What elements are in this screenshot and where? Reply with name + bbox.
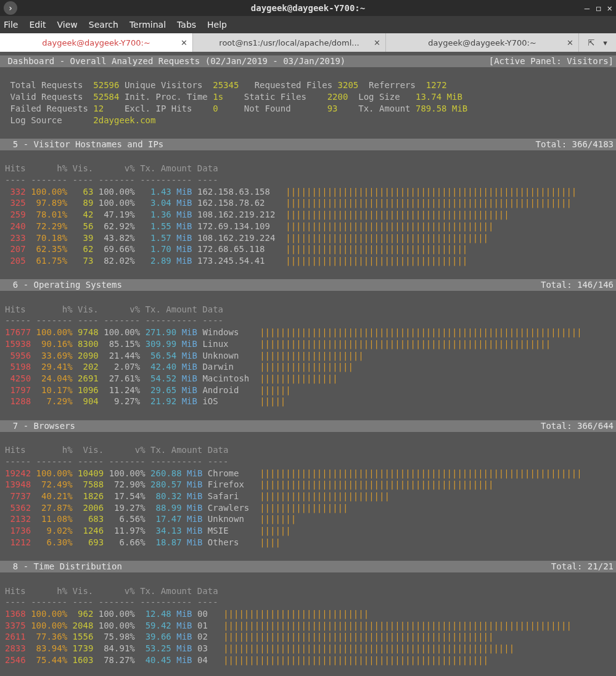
panel-6-header: 6 - Operating SystemsTotal: 146/146: [0, 279, 616, 291]
menu-view[interactable]: View: [57, 20, 78, 30]
menu-search[interactable]: Search: [89, 20, 118, 30]
minimize-icon[interactable]: —: [585, 3, 589, 13]
terminal-content[interactable]: Dashboard - Overall Analyzed Requests (0…: [0, 52, 616, 676]
menu-help[interactable]: Help: [207, 20, 227, 30]
menu-file[interactable]: File: [4, 20, 18, 30]
tab-label: root@ns1:/usr/local/apache/doml...: [219, 38, 359, 47]
new-tab-icon[interactable]: ⇱: [588, 38, 594, 47]
panel-7-header: 7 - BrowsersTotal: 366/644: [0, 420, 616, 432]
maximize-icon[interactable]: ◻: [596, 3, 601, 13]
menu-terminal[interactable]: Terminal: [129, 20, 166, 30]
menu-edit[interactable]: Edit: [29, 20, 46, 30]
close-icon[interactable]: ✕: [607, 3, 612, 13]
tab-1[interactable]: root@ns1:/usr/local/apache/doml... ✕: [193, 33, 386, 52]
tabbar: daygeek@daygeek-Y700:~ ✕ root@ns1:/usr/l…: [0, 33, 616, 52]
dashboard-header: Dashboard - Overall Analyzed Requests (0…: [0, 55, 616, 67]
tab-close-icon[interactable]: ✕: [567, 38, 573, 47]
tab-label: daygeek@daygeek-Y700:~: [42, 38, 150, 47]
tab-controls: ⇱ ▾: [579, 33, 616, 52]
tab-label: daygeek@daygeek-Y700:~: [428, 38, 536, 47]
panel-8-header: 8 - Time DistributionTotal: 21/21: [0, 561, 616, 572]
window-title: daygeek@daygeek-Y700:~: [0, 3, 616, 13]
tab-close-icon[interactable]: ✕: [181, 38, 187, 47]
window-titlebar: › daygeek@daygeek-Y700:~ — ◻ ✕: [0, 0, 616, 16]
tab-menu-icon[interactable]: ▾: [603, 38, 607, 47]
tab-close-icon[interactable]: ✕: [374, 38, 380, 47]
panel-5-header: 5 - Visitor Hostnames and IPsTotal: 366/…: [0, 139, 616, 150]
menubar: File Edit View Search Terminal Tabs Help: [0, 16, 616, 33]
menu-tabs[interactable]: Tabs: [177, 20, 196, 30]
window-controls: — ◻ ✕: [585, 3, 612, 13]
tab-2[interactable]: daygeek@daygeek-Y700:~ ✕: [386, 33, 579, 52]
tab-0[interactable]: daygeek@daygeek-Y700:~ ✕: [0, 33, 193, 52]
